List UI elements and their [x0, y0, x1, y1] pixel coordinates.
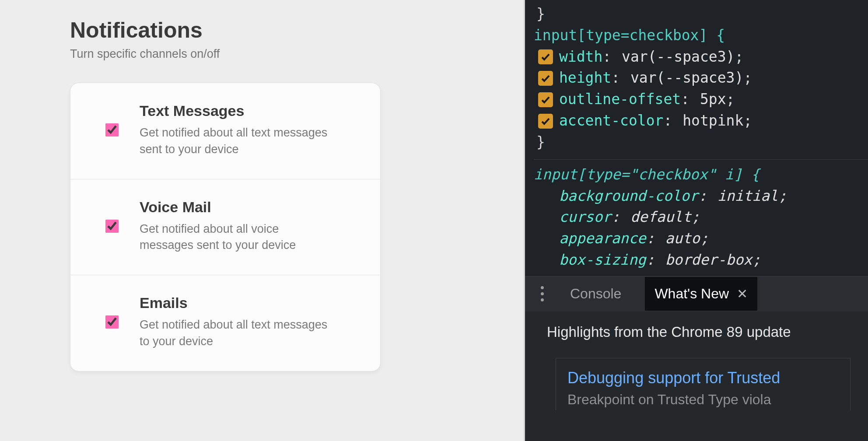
close-icon[interactable]: ✕: [737, 286, 748, 301]
checkbox-emails[interactable]: [105, 315, 119, 329]
styles-pane[interactable]: } input[type=checkbox] { width: var(--sp…: [525, 0, 868, 276]
css-declaration[interactable]: width: var(--space3);: [534, 46, 868, 68]
item-desc: Get notified about all text messages to …: [140, 317, 332, 350]
css-selector[interactable]: input[type=checkbox] {: [534, 25, 868, 46]
item-title: Voice Mail: [140, 199, 332, 216]
notification-item-emails: Emails Get notified about all text messa…: [70, 275, 380, 371]
css-declaration[interactable]: cursor: default;: [534, 206, 868, 228]
item-title: Text Messages: [140, 102, 332, 119]
page-subtitle: Turn specific channels on/off: [70, 47, 524, 61]
story-title: Debugging support for Trusted: [567, 369, 839, 387]
notifications-card: Text Messages Get notified about all tex…: [70, 83, 381, 371]
item-desc: Get notified about all voice messages se…: [140, 221, 332, 254]
css-rule: input[type=checkbox] { width: var(--spac…: [534, 25, 868, 153]
css-declaration[interactable]: outline-offset: 5px;: [534, 89, 868, 110]
css-declaration[interactable]: appearance: auto;: [534, 228, 868, 249]
drawer-body: Highlights from the Chrome 89 update Deb…: [525, 312, 868, 441]
check-icon[interactable]: [538, 49, 553, 64]
css-declaration[interactable]: background-color: initial;: [534, 186, 868, 207]
whats-new-story[interactable]: Debugging support for Trusted Breakpoint…: [556, 358, 850, 410]
check-icon[interactable]: [538, 114, 553, 129]
checkbox-voice-mail[interactable]: [105, 220, 119, 233]
css-brace-close: }: [534, 132, 868, 153]
story-subtitle: Breakpoint on Trusted Type viola: [567, 392, 839, 408]
item-title: Emails: [140, 294, 332, 312]
css-brace-close: }: [534, 4, 868, 25]
tab-whats-new[interactable]: What's New ✕: [645, 277, 757, 311]
page-pane: Notifications Turn specific channels on/…: [0, 0, 525, 441]
css-rule-user-agent: input[type="checkbox" i] { background-co…: [534, 164, 868, 271]
notification-item-text-messages: Text Messages Get notified about all tex…: [70, 83, 380, 179]
item-desc: Get notified about all text messages sen…: [140, 125, 332, 158]
drawer-tabbar: Console What's New ✕: [525, 276, 868, 312]
checkbox-text-messages[interactable]: [105, 123, 119, 136]
css-declaration[interactable]: box-sizing: border-box;: [534, 249, 868, 271]
devtools-panel: } input[type=checkbox] { width: var(--sp…: [525, 0, 868, 441]
notification-item-voice-mail: Voice Mail Get notified about all voice …: [70, 179, 380, 276]
item-text: Text Messages Get notified about all tex…: [140, 102, 332, 158]
css-selector[interactable]: input[type="checkbox" i] {: [534, 164, 868, 186]
css-declaration[interactable]: height: var(--space3);: [534, 67, 868, 89]
rule-separator: [534, 159, 868, 160]
css-declaration[interactable]: accent-color: hotpink;: [534, 110, 868, 132]
item-text: Voice Mail Get notified about all voice …: [140, 199, 332, 254]
more-icon[interactable]: [538, 284, 546, 304]
item-text: Emails Get notified about all text messa…: [140, 294, 332, 350]
page-title: Notifications: [70, 18, 524, 43]
devtools-drawer: Console What's New ✕ Highlights from the…: [525, 276, 868, 441]
check-icon[interactable]: [538, 92, 553, 107]
tab-label: What's New: [654, 286, 729, 302]
whats-new-headline: Highlights from the Chrome 89 update: [547, 324, 850, 340]
check-icon[interactable]: [538, 71, 553, 86]
tab-console[interactable]: Console: [562, 277, 629, 311]
